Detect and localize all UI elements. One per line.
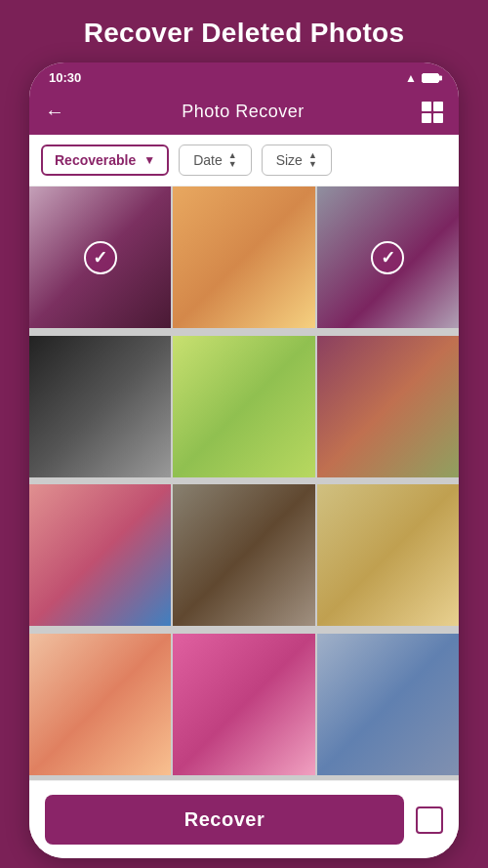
photo-cell-11[interactable] <box>173 634 314 775</box>
recoverable-label: Recoverable <box>55 152 136 168</box>
photo-cell-3[interactable]: ✓ <box>317 186 459 328</box>
select-all-checkbox[interactable] <box>416 806 443 834</box>
wifi-icon: ▲ <box>405 71 417 85</box>
date-sort-arrows-icon: ▲ ▼ <box>228 151 237 169</box>
photo-cell-9[interactable] <box>317 484 459 626</box>
time-display: 10:30 <box>49 70 81 85</box>
photo-grid: ✓✓ <box>29 186 459 780</box>
photo-cell-1[interactable]: ✓ <box>29 186 171 328</box>
photo-cell-4[interactable] <box>29 336 171 477</box>
photo-cell-5[interactable] <box>173 336 314 477</box>
phone-frame: 10:30 ▲ ← Photo Recover Recoverable ▼ Da… <box>29 62 459 858</box>
bottom-bar: Recover <box>29 780 459 858</box>
check-overlay-1: ✓ <box>84 241 117 274</box>
date-sort-button[interactable]: Date ▲ ▼ <box>179 145 252 176</box>
size-sort-arrows-icon: ▲ ▼ <box>308 151 317 169</box>
photo-cell-8[interactable] <box>173 484 314 626</box>
recover-button[interactable]: Recover <box>45 795 404 845</box>
status-bar: 10:30 ▲ <box>29 62 459 91</box>
toolbar-title: Photo Recover <box>182 102 305 122</box>
date-label: Date <box>193 152 223 168</box>
size-sort-button[interactable]: Size ▲ ▼ <box>262 145 332 176</box>
size-label: Size <box>276 152 303 168</box>
filter-bar: Recoverable ▼ Date ▲ ▼ Size ▲ ▼ <box>29 135 459 186</box>
battery-icon <box>422 73 439 83</box>
recoverable-dropdown[interactable]: Recoverable ▼ <box>41 145 169 176</box>
photo-cell-10[interactable] <box>29 634 171 775</box>
photo-cell-6[interactable] <box>317 336 459 477</box>
toolbar: ← Photo Recover <box>29 91 459 135</box>
photo-cell-7[interactable] <box>29 484 171 626</box>
photo-cell-12[interactable] <box>317 634 459 775</box>
dropdown-arrow-icon: ▼ <box>143 153 155 167</box>
back-button[interactable]: ← <box>45 101 64 123</box>
check-overlay-3: ✓ <box>371 241 404 274</box>
photo-cell-2[interactable] <box>173 186 314 328</box>
grid-view-icon[interactable] <box>422 102 443 123</box>
status-icons: ▲ <box>405 71 439 85</box>
page-title: Recover Deleted Photos <box>74 0 415 62</box>
